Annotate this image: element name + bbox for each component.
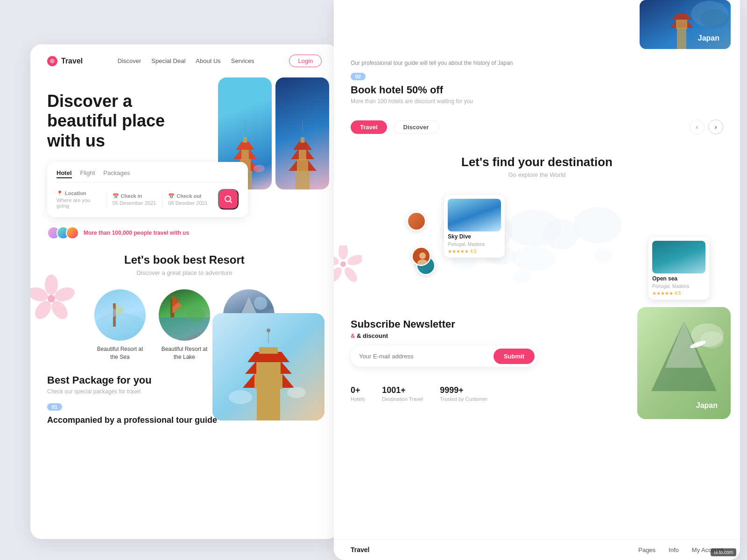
open-sea-title: Open sea (652, 275, 705, 282)
tab-flight[interactable]: Flight (80, 169, 95, 178)
login-button[interactable]: Login (289, 55, 322, 67)
svg-rect-34 (257, 388, 280, 420)
svg-point-44 (287, 387, 306, 398)
footer-link-info[interactable]: Info (669, 546, 679, 553)
search-box: Hotel Flight Packages 📍 Location Where a… (47, 162, 248, 217)
destination-title: Let's find your destination (351, 155, 723, 169)
right-nav-links: Travel Discover (351, 120, 439, 134)
svg-rect-54 (677, 28, 686, 49)
location-field: 📍 Location Where are you going (56, 190, 101, 209)
svg-rect-10 (296, 171, 310, 189)
stat-destinations: 1001+ Destination Travel (382, 385, 423, 402)
svg-point-68 (419, 252, 426, 259)
resort-card-lake[interactable]: Beautiful Resort atthe Lake (159, 289, 210, 361)
package-info-section: Our professional tour guide will tell yo… (334, 51, 740, 105)
stat-customers-label: Trusted by Customer (440, 396, 487, 402)
stat-customers-value: 9999+ (440, 385, 487, 395)
svg-point-82 (340, 261, 346, 267)
resort-circle-lake (159, 289, 210, 341)
resort-subtitle: Discover a great place to adventure (47, 269, 322, 276)
tab-hotel[interactable]: Hotel (56, 169, 72, 178)
watermark: ui.to.com (711, 548, 736, 556)
subscribe-form: Submit (351, 346, 537, 367)
svg-point-20 (94, 313, 146, 341)
nav-logo[interactable]: ◎ Travel (47, 56, 83, 66)
footer-link-pages[interactable]: Pages (638, 546, 655, 553)
svg-point-63 (513, 246, 555, 271)
right-footer: Travel Pages Info My Account (334, 539, 740, 560)
svg-rect-38 (256, 362, 281, 375)
svg-point-43 (229, 390, 252, 404)
nav-discover-button[interactable]: Discover (394, 120, 439, 134)
checkout-value[interactable]: 08 Desnber 2021 (168, 200, 212, 206)
resort-label-sea: Beautiful Resort atthe Sea (97, 345, 143, 361)
nav-link-about[interactable]: About Us (196, 57, 220, 64)
arrow-next-button[interactable]: › (708, 119, 723, 134)
package-info-badge: 02 (351, 73, 366, 80)
left-card: ◎ Travel Discover Special Deal About Us … (30, 44, 338, 539)
stat-destinations-value: 1001+ (382, 385, 423, 395)
map-pin-avatar (411, 246, 431, 266)
package-section: Best Package for you Check our special p… (30, 361, 338, 425)
svg-point-53 (700, 9, 728, 28)
svg-rect-4 (241, 150, 249, 160)
svg-point-28 (187, 308, 205, 322)
stat-customers: 9999+ Trusted by Customer (440, 385, 487, 402)
right-card: Japan Our professional tour guide will t… (334, 0, 740, 560)
tab-packages[interactable]: Packages (103, 169, 130, 178)
lake-illustration (159, 289, 210, 341)
svg-point-74 (700, 331, 724, 348)
arrow-prev-button[interactable]: ‹ (690, 119, 705, 134)
svg-marker-15 (293, 142, 312, 150)
svg-rect-36 (254, 374, 282, 389)
sea-illustration (94, 289, 146, 341)
sky-dive-title: Sky Dive (448, 233, 501, 240)
search-fields: 📍 Location Where are you going 📅 Check i… (56, 189, 239, 210)
checkin-field: 📅 Check in 05 Desember 2021 (113, 193, 157, 206)
svg-point-81 (334, 253, 340, 267)
email-input[interactable] (359, 353, 493, 360)
avatars (47, 226, 79, 239)
dest-card-opensea[interactable]: Open sea Portugal, Madeira ★★★★★ 4.5 (648, 237, 709, 300)
stat-hotels: 0+ Hotels (351, 385, 365, 402)
location-value[interactable]: Where are you going (56, 197, 101, 209)
divider-1 (106, 191, 107, 208)
resort-label-lake: Beautiful Resort atthe Lake (162, 345, 208, 361)
pagoda-illustration-right (279, 105, 326, 189)
nav-link-special[interactable]: Special Deal (151, 57, 185, 64)
package-info-text: Our professional tour guide will tell yo… (351, 60, 514, 66)
right-nav: Travel Discover ‹ › (334, 113, 740, 141)
subscribe-button[interactable]: Submit (493, 349, 535, 364)
checkin-value[interactable]: 05 Desember 2021 (113, 200, 157, 206)
nav-link-services[interactable]: Services (231, 57, 254, 64)
svg-point-9 (254, 165, 265, 172)
search-button[interactable] (218, 189, 239, 210)
svg-rect-6 (243, 137, 247, 143)
svg-rect-14 (299, 150, 306, 160)
svg-rect-12 (297, 159, 308, 172)
hero-section: Discover a beautiful place with us (30, 77, 338, 239)
japan-big-card: Japan (637, 307, 731, 419)
svg-point-77 (338, 245, 348, 259)
open-sea-image (652, 241, 705, 273)
nav-link-discover[interactable]: Discover (118, 57, 141, 64)
svg-marker-5 (236, 142, 254, 150)
svg-point-66 (513, 271, 531, 283)
resort-card-sea[interactable]: Beautiful Resort atthe Sea (94, 289, 146, 361)
checkout-label: 📅 Check out (168, 193, 212, 199)
dest-card-skydive[interactable]: Sky Dive Portugal, Madeira ★★★★★ 4.5 (444, 195, 505, 258)
hero-image-right (275, 77, 329, 189)
people-text: More than 100,000 people travel with us (84, 230, 189, 236)
svg-rect-16 (301, 137, 304, 143)
divider-2 (162, 191, 162, 208)
package-info-title: Book hotel 50% off (351, 84, 723, 96)
nav-travel-button[interactable]: Travel (351, 120, 387, 134)
hero-title: Discover a beautiful place with us (47, 91, 197, 151)
japan-top-card: Japan (640, 0, 731, 49)
sky-dive-image (448, 199, 501, 231)
resort-title: Let's book best Resort (47, 253, 322, 266)
svg-point-80 (334, 265, 344, 283)
svg-point-61 (573, 207, 622, 244)
location-label: 📍 Location (56, 190, 101, 196)
svg-point-32 (254, 297, 267, 310)
